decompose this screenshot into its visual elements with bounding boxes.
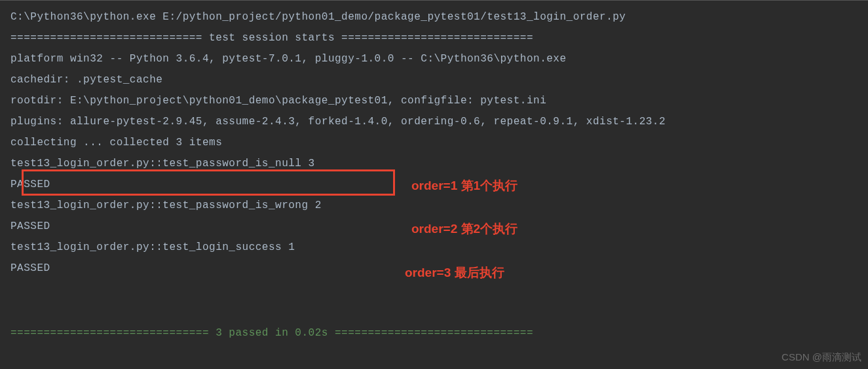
annotation-order-2: order=2 第2个执行 [411,220,518,237]
command-line: C:\Python36\python.exe E:/python_project… [10,7,858,27]
collecting-line: collecting ... collected 3 items [10,132,858,153]
test-result-2: test13_login_order.py::test_password_is_… [10,195,858,216]
watermark: CSDN @雨滴测试 [782,351,861,364]
session-starts: ============================= test sessi… [10,27,858,48]
annotation-order-3: order=3 最后执行 [405,264,504,281]
cachedir-line: cachedir: .pytest_cache [10,69,858,90]
test-result-3: test13_login_order.py::test_login_succes… [10,237,858,258]
summary-line: ============================== 3 passed … [10,327,533,339]
annotation-order-1: order=1 第1个执行 [411,177,518,194]
test-result-1: test13_login_order.py::test_password_is_… [10,153,858,174]
terminal-output[interactable]: C:\Python36\python.exe E:/python_project… [0,0,868,285]
plugins-line: plugins: allure-pytest-2.9.45, assume-2.… [10,111,858,132]
platform-line: platform win32 -- Python 3.6.4, pytest-7… [10,48,858,69]
rootdir-line: rootdir: E:\python_project\python01_demo… [10,90,858,111]
